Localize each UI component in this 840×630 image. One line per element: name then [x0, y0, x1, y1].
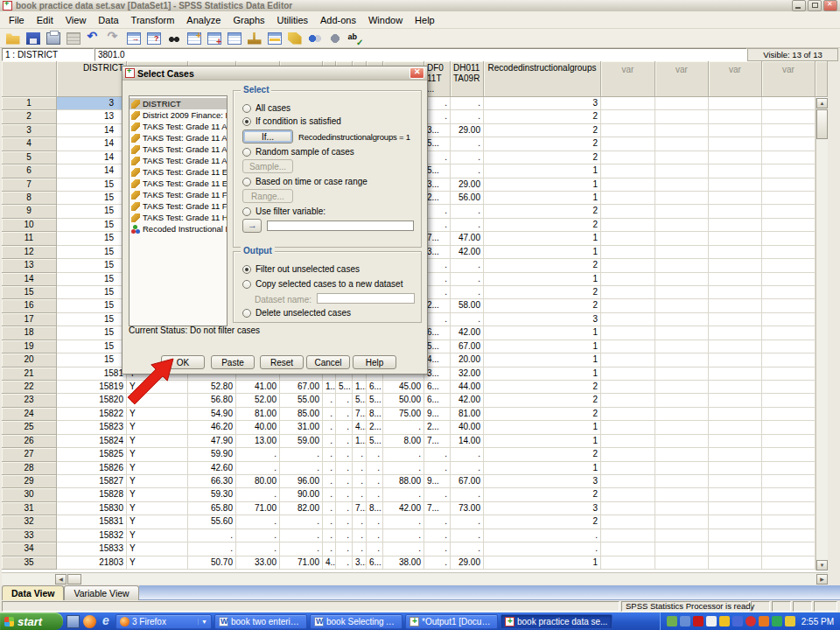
- grid-cell[interactable]: .: [336, 556, 353, 570]
- grid-cell[interactable]: .: [336, 435, 353, 448]
- grid-cell[interactable]: .: [353, 448, 367, 461]
- row-number[interactable]: 11: [2, 232, 57, 245]
- grid-cell[interactable]: [601, 151, 655, 164]
- grid-cell[interactable]: [762, 286, 816, 299]
- grid-cell[interactable]: [709, 340, 762, 354]
- grid-cell[interactable]: 15822: [57, 408, 127, 421]
- radio-icon[interactable]: [242, 178, 251, 186]
- grid-cell[interactable]: [762, 368, 816, 381]
- grid-cell[interactable]: [709, 502, 762, 515]
- grid-cell[interactable]: Y: [127, 475, 188, 488]
- grid-cell[interactable]: [762, 232, 816, 245]
- grid-cell[interactable]: 58.00: [451, 299, 484, 312]
- grid-cell[interactable]: [655, 475, 709, 488]
- grid-cell[interactable]: [601, 219, 655, 232]
- dialog-close-icon[interactable]: [410, 67, 424, 79]
- grid-cell[interactable]: .: [280, 515, 323, 528]
- grid-cell[interactable]: .: [424, 286, 451, 299]
- grid-cell[interactable]: [655, 542, 709, 556]
- row-number[interactable]: 23: [2, 394, 57, 407]
- grid-cell[interactable]: [655, 151, 709, 164]
- grid-cell[interactable]: [601, 299, 655, 312]
- grid-cell[interactable]: 3...: [353, 556, 367, 570]
- grid-cell[interactable]: 1...: [353, 381, 367, 394]
- grid-cell[interactable]: 6...: [424, 326, 451, 340]
- grid-cell[interactable]: [655, 286, 709, 299]
- grid-cell[interactable]: 52.00: [236, 394, 280, 407]
- grid-cell[interactable]: 7...: [353, 502, 367, 515]
- grid-cell[interactable]: [655, 192, 709, 205]
- row-number[interactable]: 33: [2, 529, 57, 542]
- grid-cell[interactable]: .: [353, 515, 367, 528]
- row-number[interactable]: 16: [2, 299, 57, 312]
- grid-cell[interactable]: [762, 313, 816, 326]
- grid-cell[interactable]: .: [383, 448, 424, 461]
- grid-cell[interactable]: 9...: [424, 408, 451, 421]
- grid-cell[interactable]: .: [451, 286, 484, 299]
- grid-cell[interactable]: [709, 273, 762, 286]
- close-icon[interactable]: [823, 0, 837, 11]
- grid-cell[interactable]: [762, 246, 816, 259]
- grid-cell[interactable]: 65.80: [188, 502, 236, 515]
- grid-cell[interactable]: [601, 137, 655, 150]
- grid-cell[interactable]: .: [323, 488, 336, 501]
- grid-cell[interactable]: [709, 368, 762, 381]
- grid-cell[interactable]: .: [280, 462, 323, 475]
- grid-cell[interactable]: [655, 462, 709, 475]
- row-number[interactable]: 25: [2, 421, 57, 434]
- scroll-left-icon[interactable]: ◀: [55, 574, 66, 584]
- grid-cell[interactable]: 15: [57, 192, 127, 205]
- row-number[interactable]: 20: [2, 354, 57, 367]
- grid-cell[interactable]: 1: [484, 178, 601, 192]
- grid-cell[interactable]: Y: [127, 542, 188, 556]
- grid-cell[interactable]: .: [383, 421, 424, 434]
- grid-cell[interactable]: 81.00: [451, 408, 484, 421]
- grid-cell[interactable]: 15: [57, 354, 127, 367]
- goto-variable-button[interactable]: [144, 30, 163, 46]
- column-header[interactable]: var: [762, 61, 816, 97]
- grid-cell[interactable]: [762, 178, 816, 192]
- column-header[interactable]: DH011 TA09R: [451, 61, 484, 97]
- grid-cell[interactable]: 67.00: [280, 381, 323, 394]
- grid-cell[interactable]: [762, 340, 816, 354]
- radio-time-range[interactable]: Based on time or case range: [242, 177, 368, 186]
- grid-cell[interactable]: [655, 259, 709, 272]
- grid-cell[interactable]: 15826: [57, 462, 127, 475]
- grid-cell[interactable]: 2: [484, 299, 601, 312]
- menu-file[interactable]: File: [3, 13, 31, 27]
- grid-cell[interactable]: [709, 178, 762, 192]
- grid-cell[interactable]: 90.00: [280, 488, 323, 501]
- radio-all-cases[interactable]: All cases: [242, 103, 290, 113]
- grid-cell[interactable]: .: [383, 515, 424, 528]
- column-header[interactable]: var: [601, 61, 655, 97]
- grid-cell[interactable]: .: [353, 542, 367, 556]
- grid-cell[interactable]: [655, 124, 709, 137]
- grid-cell[interactable]: [762, 475, 816, 488]
- grid-cell[interactable]: 2...: [424, 299, 451, 312]
- grid-cell[interactable]: [601, 515, 655, 528]
- grid-cell[interactable]: 5...: [424, 137, 451, 150]
- grid-cell[interactable]: .: [424, 97, 451, 110]
- redo-button[interactable]: [104, 30, 122, 46]
- grid-cell[interactable]: 3...: [424, 124, 451, 137]
- reset-button[interactable]: Reset: [260, 355, 304, 369]
- grid-cell[interactable]: 14: [57, 164, 127, 178]
- grid-cell[interactable]: .: [353, 462, 367, 475]
- grid-cell[interactable]: .: [336, 529, 353, 542]
- grid-cell[interactable]: 81.00: [236, 408, 280, 421]
- tray-icon-9[interactable]: [772, 616, 782, 626]
- grid-cell[interactable]: 15: [57, 246, 127, 259]
- grid-cell[interactable]: [762, 137, 816, 150]
- insert-variable-button[interactable]: [205, 30, 223, 46]
- grid-cell[interactable]: [762, 394, 816, 407]
- row-number[interactable]: 3: [2, 124, 57, 137]
- row-number[interactable]: 27: [2, 448, 57, 461]
- grid-cell[interactable]: Y: [127, 556, 188, 570]
- grid-cell[interactable]: 2: [484, 259, 601, 272]
- grid-cell[interactable]: Y: [127, 408, 188, 421]
- row-number[interactable]: 24: [2, 408, 57, 421]
- grid-cell[interactable]: 13.00: [236, 435, 280, 448]
- grid-cell[interactable]: 67.00: [451, 340, 484, 354]
- row-number[interactable]: 26: [2, 435, 57, 448]
- grid-cell[interactable]: 73.00: [451, 502, 484, 515]
